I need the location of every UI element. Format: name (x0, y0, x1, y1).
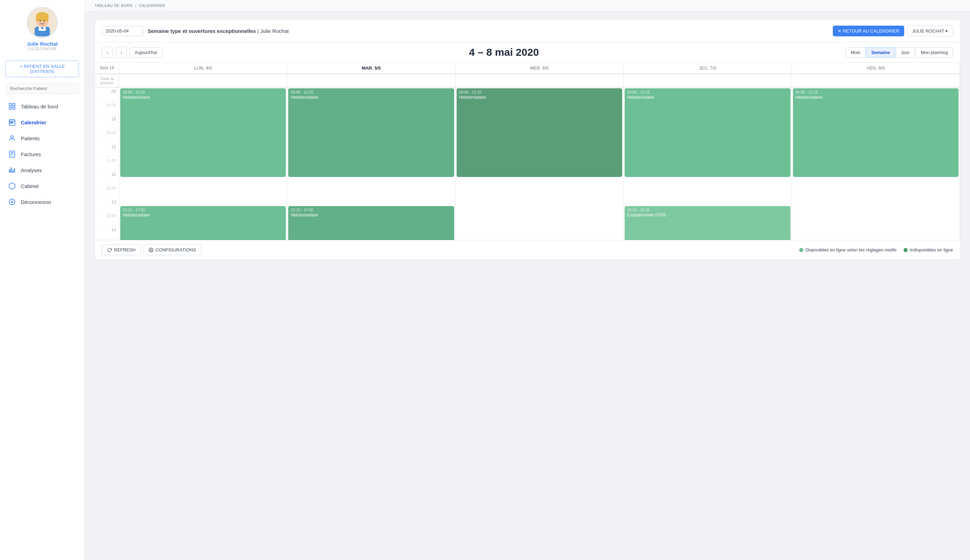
sidebar-label-cabinet: Cabinet (21, 183, 39, 189)
avatar (27, 7, 58, 38)
time-10: 10 (95, 115, 119, 129)
header-actions: ✕ RETOUR AU CALENDRIER JULIE ROCHAT ▾ (833, 26, 953, 37)
user-dropdown-button[interactable]: JULIE ROCHAT ▾ (907, 26, 953, 37)
invoices-icon (8, 150, 16, 158)
day-column-mer: 09:00 - 12:15 Hebdomadaire (455, 88, 623, 240)
event-tue-am-label: Hebdomadaire (291, 95, 452, 100)
week-title: 4 – 8 mai 2020 (165, 47, 843, 58)
svg-rect-31 (14, 168, 15, 172)
calendar-nav: ‹ › Aujourd'hui 4 – 8 mai 2020 Mois Sema… (95, 42, 960, 63)
svg-point-19 (11, 136, 13, 138)
view-tab-semaine[interactable]: Semaine (866, 47, 895, 57)
logout-icon (8, 198, 16, 206)
sidebar-item-analyses[interactable]: Analyses (0, 162, 85, 178)
svg-rect-28 (9, 169, 10, 172)
sidebar-item-deconnexion[interactable]: Déconnexion (0, 194, 85, 210)
breadcrumb-parent: TABLEAU DE BORD (95, 3, 133, 8)
config-label: CONFIGURATIONS (155, 247, 196, 252)
breadcrumb-separator: / (135, 3, 137, 8)
refresh-icon (107, 248, 112, 252)
time-grid: 09 09:30 10 10:30 11 11:30 12 12:30 13 1… (95, 88, 960, 240)
allday-label: Toute lajournée (95, 75, 119, 87)
view-tabs: Mois Semaine Jour Mon planning (846, 47, 953, 57)
time-0930: 09:30 (95, 102, 119, 115)
event-thu-exc[interactable]: 13:15 - 15:30 Exceptionnelle 07/05 (625, 206, 790, 240)
search-input[interactable] (5, 83, 79, 94)
calendar-wrapper: Semaine type et ouvertures exceptionnell… (85, 12, 970, 560)
add-patient-button[interactable]: + PATIENT EN SALLE D'ATTENTE (5, 61, 79, 77)
event-tue-am[interactable]: 09:00 - 12:15 Hebdomadaire (288, 88, 454, 177)
time-09: 09 (95, 88, 119, 102)
unavailable-dot (903, 248, 908, 252)
event-mon-pm[interactable]: 13:15 - 17:00 Hebdomadaire (120, 206, 286, 240)
avatar-container: Julie Rochat OSTÉOPATHE (27, 7, 58, 51)
svg-point-8 (41, 27, 43, 29)
sidebar-item-patients[interactable]: Patients (0, 130, 85, 146)
retour-button[interactable]: ✕ RETOUR AU CALENDRIER (833, 26, 904, 37)
calendar-title: Semaine type et ouvertures exceptionnell… (148, 28, 829, 34)
calendar-header: Semaine type et ouvertures exceptionnell… (95, 20, 960, 42)
allday-ven (792, 75, 960, 87)
sidebar-item-calendrier[interactable]: Calendrier (0, 114, 85, 130)
calendar-card: Semaine type et ouvertures exceptionnell… (95, 20, 960, 260)
event-tue-pm[interactable]: 13:15 - 17:00 Hebdomadaire (288, 206, 454, 240)
sidebar-label-patients: Patients (21, 135, 40, 141)
event-thu-am-label: Hebdomadaire (627, 95, 788, 100)
grid-header: Sem.19 LUN. 4/5 MAR. 5/5 MER. 6/5 JEU. 7… (95, 63, 960, 75)
today-button[interactable]: Aujourd'hui (130, 47, 162, 57)
user-role: OSTÉOPATHE (28, 47, 57, 51)
svg-rect-9 (9, 103, 12, 106)
allday-lun (119, 75, 287, 87)
week-label: Sem.19 (95, 63, 119, 74)
date-input[interactable] (102, 26, 143, 36)
view-tab-jour[interactable]: Jour (896, 47, 915, 57)
event-thu-exc-time: 13:15 - 15:30 (627, 208, 788, 212)
main-content: TABLEAU DE BORD / CALENDRIER Semaine typ… (85, 0, 970, 560)
view-tab-mois[interactable]: Mois (846, 47, 865, 57)
day-header-mar: MAR. 5/5 (287, 63, 455, 74)
sidebar: Julie Rochat OSTÉOPATHE + PATIENT EN SAL… (0, 0, 85, 560)
sidebar-item-factures[interactable]: Factures (0, 146, 85, 162)
sidebar-label-factures: Factures (21, 151, 41, 157)
sidebar-item-tableau[interactable]: Tableau de bord (0, 98, 85, 114)
event-tue-am-time: 09:00 - 12:15 (291, 90, 452, 94)
event-wed-am-time: 09:00 - 12:15 (459, 90, 620, 94)
event-mon-pm-label: Hebdomadaire (123, 213, 283, 217)
day-column-ven: 09:00 - 12:15 Hebdomadaire (792, 88, 960, 240)
day-header-lun: LUN. 4/5 (119, 63, 287, 74)
sidebar-label-analyses: Analyses (21, 167, 42, 173)
allday-mer (455, 75, 623, 87)
event-tue-pm-time: 13:15 - 17:00 (291, 208, 452, 212)
configurations-button[interactable]: CONFIGURATIONS (143, 245, 201, 255)
event-mon-am[interactable]: 09:00 - 12:15 Hebdomadaire (120, 88, 286, 177)
breadcrumb-current: CALENDRIER (139, 3, 165, 8)
time-1030: 10:30 (95, 129, 119, 143)
search-container (5, 83, 79, 94)
legend-available-label: Disponibles en ligne selon les réglages … (805, 247, 897, 252)
user-name: Julie Rochat (27, 41, 58, 47)
refresh-label: REFRESH (114, 247, 135, 252)
cabinet-icon (8, 182, 16, 190)
time-11: 11 (95, 143, 119, 157)
sidebar-item-cabinet[interactable]: Cabinet (0, 178, 85, 194)
breadcrumb: TABLEAU DE BORD / CALENDRIER (85, 0, 970, 12)
allday-jeu (623, 75, 792, 87)
refresh-button[interactable]: REFRESH (102, 245, 141, 255)
time-1330: 13:30 (95, 212, 119, 226)
prev-button[interactable]: ‹ (102, 47, 113, 58)
day-header-mer: MER. 6/5 (455, 63, 623, 74)
event-wed-am[interactable]: 09:00 - 12:15 Hebdomadaire (457, 88, 622, 177)
svg-rect-10 (13, 103, 15, 106)
svg-rect-11 (9, 107, 12, 109)
view-tab-planning[interactable]: Mon planning (916, 47, 953, 57)
next-button[interactable]: › (116, 47, 127, 58)
svg-rect-18 (12, 122, 13, 123)
event-fri-am[interactable]: 09:00 - 12:15 Hebdomadaire (793, 88, 958, 177)
event-mon-am-time: 09:00 - 12:15 (123, 90, 283, 94)
event-fri-am-label: Hebdomadaire (795, 95, 956, 100)
sidebar-label-tableau: Tableau de bord (21, 103, 58, 110)
footer-left: REFRESH CONFIGURATIONS (102, 245, 201, 255)
svg-point-7 (43, 20, 45, 22)
event-thu-am[interactable]: 09:00 - 12:15 Hebdomadaire (625, 88, 790, 177)
legend: Disponibles en ligne selon les réglages … (799, 247, 953, 252)
